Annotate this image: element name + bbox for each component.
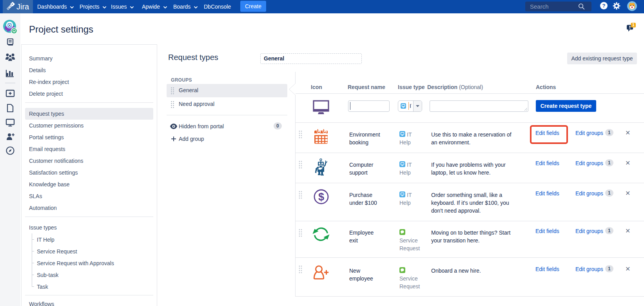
svg-text:$: $: [318, 191, 324, 203]
svg-text:1: 1: [632, 23, 635, 27]
svg-text:?: ?: [602, 3, 606, 9]
